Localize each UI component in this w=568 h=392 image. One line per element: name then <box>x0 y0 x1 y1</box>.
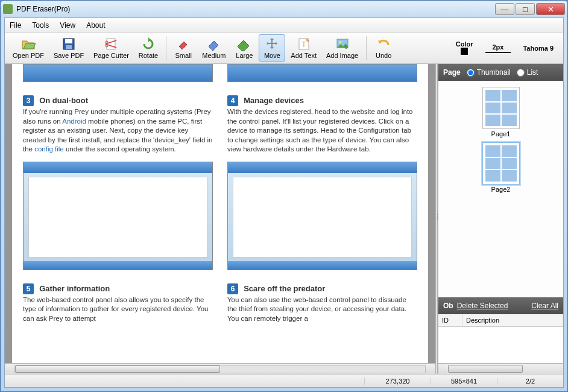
step-3-block: 3 On dual-boot If you're running Prey un… <box>23 95 213 154</box>
add-text-button[interactable]: T Add Text <box>286 34 321 62</box>
view-list-radio[interactable]: List <box>517 68 538 77</box>
toolbar: Open PDF Save PDF Page Cutter Rotate Sma… <box>5 33 563 64</box>
scrollbar-thumb[interactable] <box>448 365 523 373</box>
objects-label: Ob <box>443 302 453 310</box>
color-picker[interactable]: Color <box>456 40 473 56</box>
line-width-picker[interactable]: 2px <box>485 43 511 53</box>
side-horizontal-scrollbar[interactable] <box>438 363 563 374</box>
color-swatch-icon <box>461 48 468 55</box>
font-picker[interactable]: Tahoma 9 <box>523 45 554 52</box>
table-header: ID Description <box>438 314 563 327</box>
maximize-button[interactable]: □ <box>516 3 535 15</box>
col-id[interactable]: ID <box>438 314 462 326</box>
doc-screenshot <box>23 64 213 82</box>
horizontal-scrollbar[interactable] <box>5 363 435 374</box>
move-button[interactable]: Move <box>259 34 285 62</box>
workspace: 3 On dual-boot If you're running Prey un… <box>5 64 563 374</box>
step-4-block: 4 Manage devices With the devices regist… <box>227 95 417 154</box>
thumb-label: Page2 <box>482 186 520 193</box>
undo-icon <box>376 37 391 51</box>
window-title: PDF Eraser(Pro) <box>16 5 495 13</box>
thumbnails-area: Page1 Page2 <box>438 81 563 297</box>
view-thumbnail-radio[interactable]: Thumbnail <box>467 68 511 77</box>
page-content: 3 On dual-boot If you're running Prey un… <box>12 64 428 363</box>
toolbar-right: Color 2px Tahoma 9 <box>456 40 560 56</box>
svg-rect-1 <box>65 39 72 43</box>
eraser-medium-icon <box>207 37 221 51</box>
clear-all-link[interactable]: Clear All <box>531 302 558 310</box>
status-page-number: 2/2 <box>497 378 563 385</box>
col-description[interactable]: Description <box>462 314 563 326</box>
step-body: You can also use the web-based control p… <box>227 296 417 324</box>
rotate-icon <box>141 37 156 51</box>
step-body: With the devices registered, head to the… <box>227 107 417 154</box>
doc-screenshot <box>23 162 213 270</box>
svg-text:T: T <box>301 40 306 49</box>
eraser-medium-button[interactable]: Medium <box>198 34 230 62</box>
window-controls: — □ ✕ <box>495 3 565 15</box>
svg-point-9 <box>339 41 341 43</box>
link-android[interactable]: Android <box>62 118 86 125</box>
step-title: Scare off the predator <box>244 284 325 293</box>
close-button[interactable]: ✕ <box>536 3 565 15</box>
scissors-icon <box>104 37 118 51</box>
rotate-button[interactable]: Rotate <box>134 34 162 62</box>
step-title: Manage devices <box>244 96 304 105</box>
eraser-large-button[interactable]: Large <box>231 34 257 62</box>
delete-selected-link[interactable]: Delete Selected <box>457 302 508 310</box>
eraser-large-icon <box>237 37 251 51</box>
statusbar: 273,320 595×841 2/2 <box>5 374 563 387</box>
menu-view[interactable]: View <box>60 21 75 30</box>
objects-table: ID Description <box>438 314 563 363</box>
menubar: File Tools View About <box>5 18 563 33</box>
add-image-button[interactable]: Add Image <box>322 34 362 62</box>
page-panel-header: Page Thumbnail List <box>438 64 563 81</box>
text-icon: T <box>297 37 311 51</box>
eraser-small-button[interactable]: Small <box>170 34 197 62</box>
open-pdf-button[interactable]: Open PDF <box>8 34 48 62</box>
thumb-label: Page1 <box>482 130 520 138</box>
objects-panel-header: Ob Delete Selected Clear All <box>438 297 563 314</box>
titlebar[interactable]: PDF Eraser(Pro) — □ ✕ <box>1 1 567 17</box>
image-icon <box>335 37 350 51</box>
step-title: On dual-boot <box>39 96 88 105</box>
app-window: PDF Eraser(Pro) — □ ✕ File Tools View Ab… <box>0 0 568 392</box>
minimize-button[interactable]: — <box>495 3 514 15</box>
doc-screenshot <box>227 162 417 270</box>
step-number: 5 <box>23 283 34 294</box>
page-label: Page <box>443 68 461 77</box>
page-thumbnail-1[interactable]: Page1 <box>482 87 520 138</box>
move-icon <box>265 37 279 51</box>
page-cutter-button[interactable]: Page Cutter <box>89 34 133 62</box>
step-number: 3 <box>23 95 34 106</box>
doc-screenshot <box>227 64 417 82</box>
step-body: The web-based control panel also allows … <box>23 296 213 324</box>
step-6-block: 6 Scare off the predator You can also us… <box>227 283 417 324</box>
step-number: 4 <box>227 95 238 106</box>
app-icon <box>3 4 13 14</box>
scrollbar-thumb[interactable] <box>15 365 220 373</box>
menu-file[interactable]: File <box>10 21 21 30</box>
menu-tools[interactable]: Tools <box>32 21 49 30</box>
step-number: 6 <box>227 283 238 294</box>
step-title: Gather information <box>39 284 110 293</box>
step-5-block: 5 Gather information The web-based contr… <box>23 283 213 324</box>
status-dimensions: 595×841 <box>431 378 497 385</box>
client-area: File Tools View About Open PDF Save PDF … <box>4 17 564 388</box>
eraser-small-icon <box>176 37 191 51</box>
splitter-handle[interactable] <box>435 64 438 374</box>
canvas-area: 3 On dual-boot If you're running Prey un… <box>5 64 435 374</box>
save-pdf-button[interactable]: Save PDF <box>49 34 88 62</box>
table-body <box>438 327 563 363</box>
document-viewport[interactable]: 3 On dual-boot If you're running Prey un… <box>5 64 435 363</box>
undo-button[interactable]: Undo <box>370 34 397 62</box>
link-config-file[interactable]: config file <box>34 145 64 153</box>
page-thumbnail-2[interactable]: Page2 <box>482 142 520 193</box>
separator <box>166 36 166 60</box>
floppy-icon <box>62 37 76 51</box>
status-coordinates: 273,320 <box>364 378 431 385</box>
side-panel: Page Thumbnail List Page1 Page2 <box>438 64 563 374</box>
menu-about[interactable]: About <box>86 21 105 30</box>
separator <box>366 36 367 60</box>
folder-open-icon <box>21 37 36 51</box>
